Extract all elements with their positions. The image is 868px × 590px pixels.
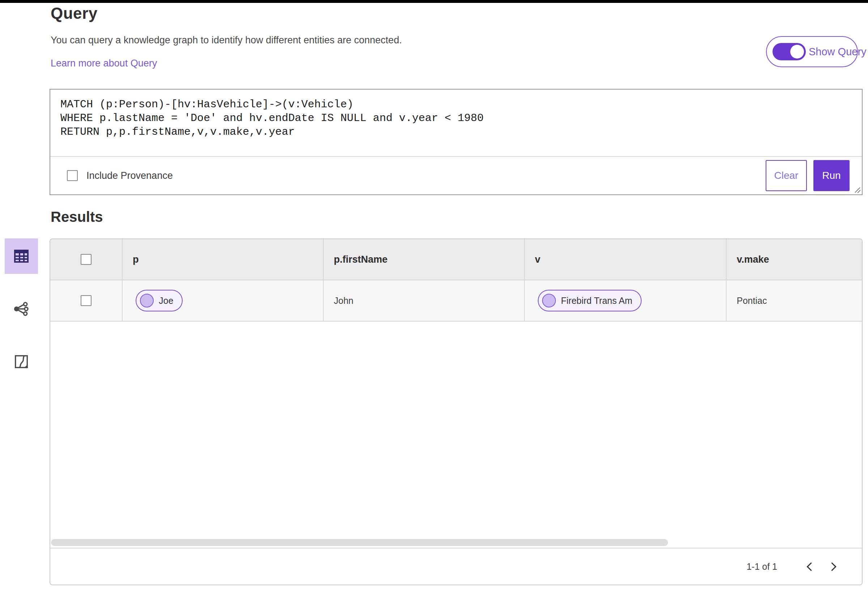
horizontal-scrollbar [50, 539, 862, 548]
show-query-toggle-label: Show Query [809, 46, 867, 58]
toggle-knob [790, 45, 804, 59]
header-checkbox-cell [50, 239, 122, 280]
column-header-v[interactable]: v [524, 239, 726, 280]
cell-v-make: Pontiac [726, 280, 862, 321]
map-view-icon [13, 353, 30, 370]
table-row: Joe John Firebird Trans Am Pontiac [50, 280, 862, 322]
table-header-row: p p.firstName v v.make [50, 239, 862, 280]
table-empty-area [50, 322, 862, 539]
clear-button[interactable]: Clear [766, 160, 807, 191]
row-checkbox[interactable] [81, 295, 92, 306]
entity-chip-vehicle[interactable]: Firebird Trans Am [538, 290, 642, 312]
top-black-bar [0, 0, 868, 3]
results-heading: Results [51, 209, 103, 225]
entity-chip-label: Joe [159, 296, 173, 306]
entity-chip-person[interactable]: Joe [136, 290, 183, 312]
chevron-right-icon [828, 562, 836, 571]
row-checkbox-cell [50, 280, 122, 321]
run-button[interactable]: Run [813, 160, 850, 191]
graph-view-icon [12, 301, 30, 317]
include-provenance-checkbox[interactable] [67, 170, 78, 181]
page-description: You can query a knowledge graph to ident… [51, 35, 402, 46]
query-panel: MATCH (p:Person)-[hv:HasVehicle]->(v:Veh… [50, 89, 862, 195]
map-view-button[interactable] [5, 344, 38, 380]
resize-handle-icon[interactable] [853, 185, 861, 193]
table-footer: 1-1 of 1 [50, 548, 862, 584]
column-header-p-firstname[interactable]: p.firstName [323, 239, 524, 280]
show-query-toggle[interactable]: Show Query [766, 36, 858, 67]
entity-node-icon [140, 294, 154, 308]
chevron-left-icon [806, 562, 815, 571]
toggle-switch-icon[interactable] [772, 43, 806, 60]
cell-v: Firebird Trans Am [524, 280, 726, 321]
next-page-button[interactable] [821, 555, 844, 578]
query-panel-footer: Include Provenance Clear Run [50, 157, 862, 194]
results-panel: p p.firstName v v.make Joe John Fireb [50, 238, 862, 585]
column-header-v-make[interactable]: v.make [726, 239, 862, 280]
entity-node-icon [542, 294, 556, 308]
table-view-button[interactable] [5, 238, 38, 274]
pagination-range: 1-1 of 1 [747, 562, 777, 572]
cell-p-firstname: John [323, 280, 524, 321]
graph-view-button[interactable] [5, 291, 38, 327]
cell-p: Joe [122, 280, 323, 321]
page-title: Query [51, 4, 97, 22]
include-provenance-label: Include Provenance [86, 170, 173, 181]
learn-more-link[interactable]: Learn more about Query [51, 58, 157, 69]
table-view-icon [12, 247, 31, 265]
entity-chip-label: Firebird Trans Am [561, 296, 632, 306]
horizontal-scrollbar-thumb[interactable] [51, 539, 668, 546]
previous-page-button[interactable] [798, 555, 821, 578]
query-code-editor[interactable]: MATCH (p:Person)-[hv:HasVehicle]->(v:Veh… [50, 90, 862, 157]
select-all-checkbox[interactable] [81, 254, 92, 265]
results-view-switcher [0, 238, 43, 380]
column-header-p[interactable]: p [122, 239, 323, 280]
